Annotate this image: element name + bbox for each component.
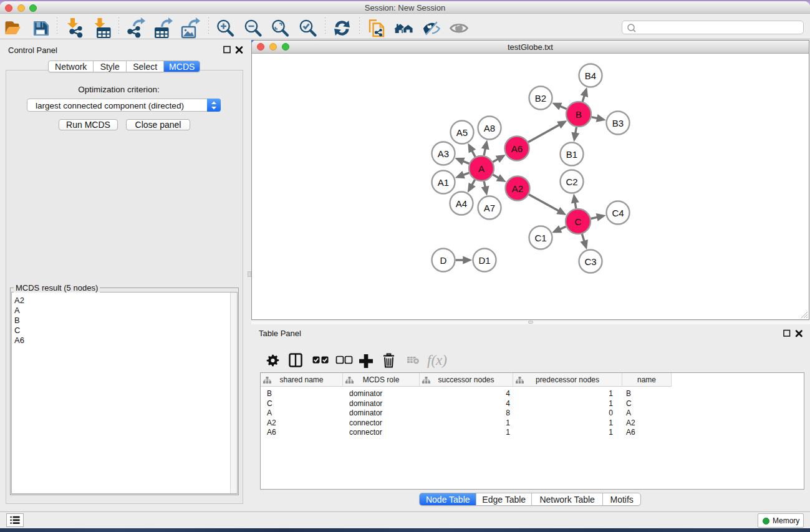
svg-text:A7: A7 <box>484 203 495 213</box>
svg-text:B1: B1 <box>566 149 577 160</box>
svg-text:A8: A8 <box>484 123 495 133</box>
svg-text:C1: C1 <box>534 233 546 243</box>
svg-text:C: C <box>575 216 582 227</box>
svg-text:C3: C3 <box>584 256 596 267</box>
svg-text:A5: A5 <box>456 127 468 138</box>
svg-text:D: D <box>440 255 447 266</box>
svg-text:f(x): f(x) <box>427 352 447 368</box>
svg-text:A6: A6 <box>511 143 523 154</box>
svg-text:A2: A2 <box>512 183 523 194</box>
svg-text:D1: D1 <box>478 255 490 266</box>
svg-text:A: A <box>478 163 485 174</box>
svg-text:A4: A4 <box>456 198 467 209</box>
svg-text:B4: B4 <box>585 70 596 81</box>
svg-text:C2: C2 <box>566 177 577 187</box>
svg-text:A1: A1 <box>438 177 449 188</box>
svg-text:B2: B2 <box>535 93 546 104</box>
svg-text:B: B <box>576 109 582 120</box>
svg-text:C4: C4 <box>612 208 624 218</box>
svg-text:B3: B3 <box>612 118 624 128</box>
svg-text:A3: A3 <box>438 148 449 159</box>
